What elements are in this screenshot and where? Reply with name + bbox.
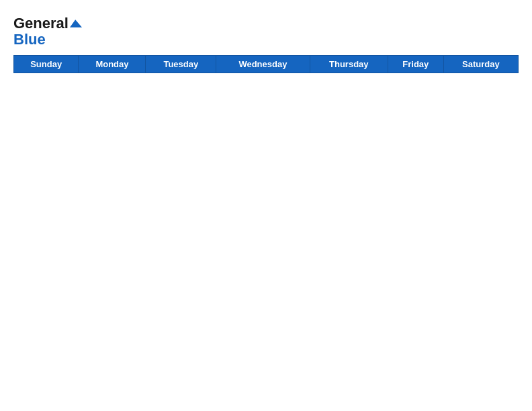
day-header-friday: Friday — [388, 56, 443, 73]
logo-arrow-icon — [70, 19, 82, 28]
day-header-saturday: Saturday — [443, 56, 518, 73]
svg-marker-0 — [70, 19, 82, 27]
calendar: SundayMondayTuesdayWednesdayThursdayFrid… — [13, 55, 519, 73]
logo-general: General — [13, 15, 69, 32]
logo-blue: Blue — [13, 31, 46, 48]
day-header-wednesday: Wednesday — [216, 56, 310, 73]
day-header-sunday: Sunday — [14, 56, 79, 73]
day-header-monday: Monday — [79, 56, 146, 73]
logo: General Blue — [13, 15, 82, 48]
day-header-tuesday: Tuesday — [146, 56, 216, 73]
days-header-row: SundayMondayTuesdayWednesdayThursdayFrid… — [14, 56, 519, 73]
day-header-thursday: Thursday — [310, 56, 388, 73]
